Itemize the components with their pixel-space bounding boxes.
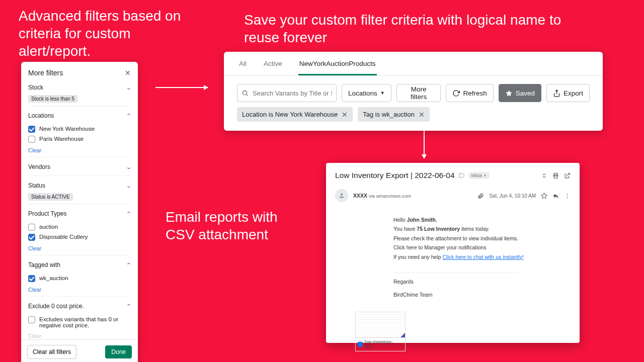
section-title: Vendors [28, 163, 50, 170]
email-date: Sat, Jun 4, 10:10 AM [489, 193, 536, 199]
chip-label: Inbox [471, 173, 482, 178]
checkbox-tag-wk-auction[interactable]: wk_auction [28, 274, 131, 284]
button-label: Locations [348, 89, 377, 97]
svg-marker-2 [506, 90, 512, 96]
checkbox-location-paris[interactable]: Paris Warehouse [28, 134, 131, 144]
checkbox-ptype-cutlery[interactable]: Disposable Cutlery [28, 232, 131, 242]
locations-button[interactable]: Locations ▼ [342, 84, 391, 102]
active-filter-chip-tag: Tag is wk_auction ✕ [358, 107, 430, 122]
section-title: Product Types [28, 210, 67, 217]
clear-exclude-cost-link: Clear [28, 333, 41, 339]
filter-section-tagged-with: Tagged with ⌃ wk_auction Clear [28, 255, 131, 296]
checkbox-label: Disposable Cutlery [39, 234, 88, 240]
checkbox-location-ny[interactable]: New York Warehouse [28, 124, 131, 134]
star-icon [505, 89, 513, 97]
tab-all[interactable]: All [238, 52, 248, 75]
annotation-email: Email reports with CSV attachment [166, 208, 306, 243]
tab-active[interactable]: Active [263, 52, 283, 75]
chip-label: Location is New York Warehouse [242, 111, 338, 118]
chevron-down-icon: ⌄ [126, 164, 132, 170]
clear-product-types-link[interactable]: Clear [28, 245, 41, 251]
button-label: Saved [516, 89, 535, 97]
inbox-label-chip[interactable]: Inbox× [469, 172, 489, 178]
checkbox-icon [28, 234, 35, 241]
clear-all-filters-button[interactable]: Clear all filters [27, 345, 76, 359]
more-filters-button[interactable]: More filters [396, 84, 441, 102]
filter-toggle-product-types[interactable]: Product Types ⌃ [28, 208, 131, 219]
svg-line-1 [247, 95, 248, 96]
checkbox-label: New York Warehouse [39, 126, 95, 132]
collapse-icon[interactable] [541, 172, 547, 179]
section-title: Status [28, 182, 45, 189]
filter-toolbar-panel: All Active NewYorkAuctionProducts Locati… [224, 52, 603, 131]
chevron-up-icon: ⌃ [126, 303, 132, 310]
annotation-saved: Save your custom filter criteria with lo… [244, 11, 586, 46]
avatar [335, 189, 348, 202]
popout-icon[interactable] [564, 172, 571, 179]
checkbox-icon [28, 224, 35, 231]
filter-toggle-stock[interactable]: Stock ⌄ [28, 82, 131, 93]
export-icon [553, 89, 560, 97]
attachment-card[interactable]: low-inventory-202... [355, 312, 406, 351]
filters-title: More filters [28, 69, 63, 77]
remove-chip-icon[interactable]: ✕ [419, 111, 425, 118]
checkbox-label: Excludes variants that has 0 or negative… [39, 316, 131, 328]
print-icon[interactable] [552, 172, 559, 179]
attachment-name: low-inventory-202... [365, 339, 403, 349]
filter-section-product-types: Product Types ⌃ auction Disposable Cutle… [28, 204, 131, 255]
button-label: Export [564, 89, 583, 97]
filter-section-vendors: Vendors ⌄ [28, 157, 131, 175]
more-icon[interactable] [564, 193, 571, 199]
chevron-up-icon: ⌃ [126, 113, 132, 119]
remove-label-icon[interactable]: × [484, 173, 487, 178]
checkbox-ptype-auction[interactable]: auction [28, 222, 131, 232]
star-outline-icon[interactable] [541, 193, 547, 199]
filter-toggle-exclude-cost[interactable]: Exclude 0 cost price. ⌃ [28, 301, 131, 312]
clear-locations-link[interactable]: Clear [28, 147, 41, 153]
tab-custom[interactable]: NewYorkAuctionProducts [298, 52, 377, 75]
saved-button[interactable]: Saved [499, 84, 541, 102]
chat-link[interactable]: Click here to chat with us instantly! [443, 254, 524, 260]
search-field[interactable] [237, 84, 337, 102]
reply-icon[interactable] [552, 193, 559, 199]
done-button[interactable]: Done [105, 345, 132, 358]
remove-chip-icon[interactable]: ✕ [342, 111, 348, 118]
refresh-button[interactable]: Refresh [446, 84, 493, 102]
checkbox-label: Paris Warehouse [39, 136, 84, 142]
chip-label: Tag is wk_auction [363, 111, 415, 118]
checkbox-icon [28, 316, 35, 323]
search-icon [242, 89, 249, 97]
clear-tagged-with-link[interactable]: Clear [28, 287, 41, 293]
export-button[interactable]: Export [546, 84, 590, 102]
section-title: Tagged with [28, 261, 60, 268]
checkbox-icon [28, 136, 35, 143]
filter-chip-status: Status is ACTIVE [28, 193, 73, 201]
svg-rect-4 [554, 176, 557, 178]
caret-down-icon: ▼ [380, 90, 385, 96]
filter-chip-stock: Stock is less than 5 [28, 95, 77, 103]
filter-toggle-tagged-with[interactable]: Tagged with ⌃ [28, 259, 131, 270]
svg-point-9 [567, 197, 568, 198]
email-preview-panel: Low Inventory Export | 2022-06-04 Inbox×… [326, 163, 580, 343]
close-icon[interactable]: ✕ [125, 69, 131, 76]
checkbox-exclude-cost[interactable]: Excludes variants that has 0 or negative… [28, 315, 131, 330]
sender-name: XXXX via amazonses.com [353, 193, 411, 199]
chevron-down-icon: ⌄ [126, 84, 132, 91]
filter-toggle-status[interactable]: Status ⌄ [28, 180, 131, 191]
svg-point-5 [341, 193, 343, 196]
filter-toggle-vendors[interactable]: Vendors ⌄ [28, 161, 131, 172]
more-filters-panel: More filters ✕ Stock ⌄ Stock is less tha… [21, 62, 138, 362]
filter-toggle-locations[interactable]: Locations ⌃ [28, 110, 131, 121]
file-icon [358, 342, 363, 347]
view-tabs: All Active NewYorkAuctionProducts [224, 52, 603, 76]
attachment-icon [477, 193, 484, 199]
button-label: Refresh [463, 89, 487, 97]
label-icon[interactable] [459, 172, 465, 178]
arrow-right-icon [155, 87, 208, 88]
divider [393, 273, 519, 273]
checkbox-icon [28, 275, 35, 282]
email-subject: Low Inventory Export | 2022-06-04 [335, 171, 455, 180]
search-input[interactable] [253, 89, 332, 97]
svg-marker-6 [541, 193, 547, 198]
chevron-down-icon: ⌄ [126, 183, 132, 189]
